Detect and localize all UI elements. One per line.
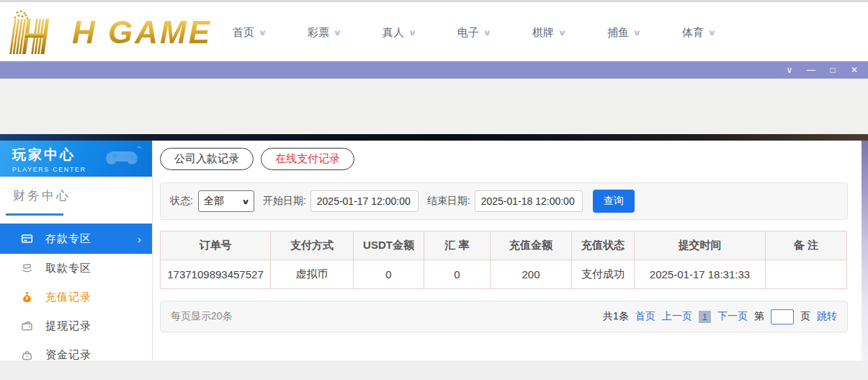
cell-order-id: 1737109893457527: [161, 260, 271, 289]
window-maximize-icon[interactable]: □: [822, 61, 844, 79]
prev-page-link[interactable]: 上一页: [662, 310, 692, 323]
sidebar-item-label: 充值记录: [45, 291, 91, 304]
chevron-right-icon: ›: [138, 233, 141, 245]
chevron-down-icon: ∨: [632, 28, 642, 37]
search-button[interactable]: 查询: [593, 190, 635, 213]
wallet-icon: [20, 320, 33, 332]
nav-label: 彩票: [308, 26, 329, 40]
gamepad-icon: [106, 146, 143, 172]
end-date-label: 结束日期:: [427, 195, 470, 208]
pagination-controls: 共1条 首页 上一页 1 下一页 第 页 跳转: [603, 309, 837, 324]
main-menu: 首页 ∨ 彩票 ∨ 真人 ∨ 电子 ∨ 棋牌 ∨ 捕鱼 ∨ 体育 ∨: [212, 2, 736, 63]
end-date-input[interactable]: [475, 190, 583, 212]
cell-usdt-amount: 0: [354, 260, 424, 289]
chevron-down-icon: ∨: [258, 28, 267, 37]
sidebar-menu: 存款专区 › 取款专区 ¥ 充值记录: [0, 224, 152, 369]
jump-page-input[interactable]: [771, 309, 794, 324]
divider-strip: [0, 134, 868, 141]
start-date-input[interactable]: [310, 190, 419, 212]
cell-submit-time: 2025-01-17 18:31:33: [635, 260, 766, 289]
col-recharge-status: 充值状态: [572, 231, 635, 260]
nav-item-chess[interactable]: 棋牌 ∨: [511, 26, 586, 40]
chevron-down-icon: ∨: [483, 28, 492, 37]
nav-label: 棋牌: [532, 26, 554, 40]
col-pay-method: 支付方式: [271, 231, 354, 260]
tab-company-deposit-records[interactable]: 公司入款记录: [160, 148, 254, 170]
sidebar-item-withdraw-zone[interactable]: 取款专区: [0, 254, 152, 283]
nav-item-fishing[interactable]: 捕鱼 ∨: [586, 26, 661, 40]
sidebar: 玩家中心 PLAYERS CENTER 财务中心 存款专区 ›: [0, 141, 153, 361]
total-count-text: 共1条: [603, 310, 629, 323]
nav-item-sports[interactable]: 体育 ∨: [661, 26, 736, 40]
bottom-background: [0, 361, 868, 380]
page-size-text: 每页显示20条: [171, 310, 233, 323]
current-page-indicator[interactable]: 1: [699, 311, 711, 323]
logo-mark-icon: [6, 9, 68, 56]
scrollbar-track[interactable]: [862, 141, 868, 361]
nav-label: 体育: [682, 26, 704, 40]
filter-panel: 状态: 全部 ∨ 开始日期: 结束日期: 查询: [160, 182, 848, 220]
chevron-down-icon: ∨: [558, 28, 567, 37]
nav-item-lottery[interactable]: 彩票 ∨: [287, 26, 362, 40]
pagination-panel: 每页显示20条 共1条 首页 上一页 1 下一页 第 页 跳转: [160, 301, 848, 332]
sidebar-item-label: 资金记录: [45, 348, 91, 362]
first-page-link[interactable]: 首页: [635, 310, 656, 323]
status-select-value: 全部: [204, 195, 224, 208]
col-usdt-amount: USDT金额: [354, 231, 424, 260]
table-header-row: 订单号 支付方式 USDT金额 汇 率 充值金额 充值状态 提交时间 备 注: [161, 231, 847, 260]
col-recharge-amount: 充值金额: [491, 231, 572, 260]
bank-card-icon: [20, 233, 33, 244]
nav-label: 首页: [233, 26, 254, 40]
sidebar-item-withdrawal-records[interactable]: 提现记录: [0, 311, 152, 340]
cell-remark: [766, 260, 847, 289]
cell-recharge-status: 支付成功: [572, 260, 635, 289]
sidebar-item-recharge-records[interactable]: ¥ 充值记录: [0, 283, 152, 311]
sidebar-item-deposit-zone[interactable]: 存款专区 ›: [0, 224, 152, 254]
brand-logo[interactable]: H GAME: [6, 6, 212, 58]
top-navigation: H GAME 首页 ∨ 彩票 ∨ 真人 ∨ 电子 ∨ 棋牌 ∨ 捕鱼 ∨ 体育 …: [0, 0, 868, 61]
sidebar-item-label: 取款专区: [45, 262, 91, 275]
tab-online-payment-records[interactable]: 在线支付记录: [261, 148, 354, 170]
sidebar-item-label: 提现记录: [45, 319, 91, 333]
money-bag-icon: ¥: [20, 291, 33, 303]
sidebar-section-underline: [6, 213, 63, 216]
page-background-gap: [0, 79, 868, 134]
withdraw-hand-icon: [20, 262, 33, 274]
svg-text:¥: ¥: [25, 296, 28, 301]
col-submit-time: 提交时间: [635, 231, 766, 260]
jump-prefix-label: 第: [754, 310, 764, 323]
window-dropdown-icon[interactable]: ∨: [779, 61, 800, 79]
start-date-label: 开始日期:: [263, 195, 306, 208]
cell-recharge-amount: 200: [491, 260, 572, 289]
cell-pay-method: 虚拟币: [271, 260, 354, 289]
record-tabs: 公司入款记录 在线支付记录: [160, 148, 848, 170]
sidebar-header: 玩家中心 PLAYERS CENTER: [0, 141, 152, 177]
col-remark: 备 注: [766, 231, 847, 260]
window-titlebar: ∨ — □ ✕: [0, 61, 868, 79]
sidebar-item-label: 存款专区: [45, 232, 91, 246]
records-table: 订单号 支付方式 USDT金额 汇 率 充值金额 充值状态 提交时间 备 注 1…: [160, 231, 847, 289]
col-exchange-rate: 汇 率: [424, 231, 491, 260]
jump-button[interactable]: 跳转: [817, 310, 837, 323]
cell-exchange-rate: 0: [424, 260, 491, 289]
next-page-link[interactable]: 下一页: [717, 310, 748, 323]
purse-icon: [20, 349, 33, 361]
window-minimize-icon[interactable]: —: [800, 61, 822, 79]
chevron-down-icon: ∨: [408, 28, 417, 37]
status-select[interactable]: 全部 ∨: [198, 190, 254, 212]
nav-label: 捕鱼: [607, 26, 629, 40]
table-row: 1737109893457527 虚拟币 0 0 200 支付成功 2025-0…: [161, 260, 847, 289]
nav-item-slots[interactable]: 电子 ∨: [437, 26, 511, 40]
nav-item-live[interactable]: 真人 ∨: [362, 26, 437, 40]
status-label: 状态:: [170, 195, 193, 208]
col-order-id: 订单号: [161, 231, 271, 260]
sidebar-section-title: 财务中心: [0, 177, 152, 204]
nav-label: 电子: [457, 26, 479, 40]
nav-label: 真人: [382, 26, 404, 40]
main-content: 公司入款记录 在线支付记录 状态: 全部 ∨ 开始日期: 结束日期: 查询 订单…: [160, 141, 848, 361]
chevron-down-icon: ∨: [333, 28, 342, 37]
jump-suffix-label: 页: [800, 310, 810, 323]
nav-item-home[interactable]: 首页 ∨: [212, 26, 287, 40]
window-close-icon[interactable]: ✕: [844, 61, 865, 79]
logo-text: H GAME: [72, 14, 212, 50]
